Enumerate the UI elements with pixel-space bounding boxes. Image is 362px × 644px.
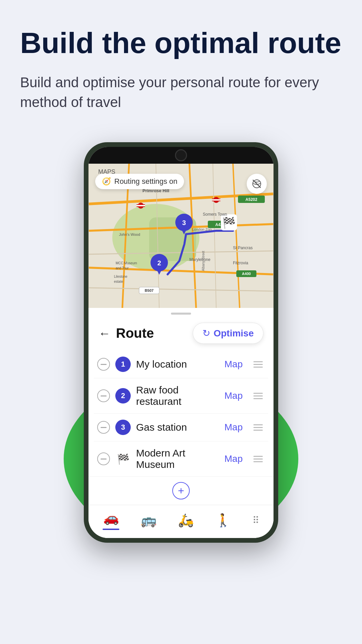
add-stop-button[interactable]: +: [172, 482, 190, 499]
bottom-panel: ← Route ↻ Optimise: [88, 308, 274, 538]
drag-handle-bar: [171, 313, 191, 315]
nav-item-walk[interactable]: 🚶: [215, 513, 231, 528]
stop-2-badge: 2: [115, 388, 131, 404]
stop-2-name: Raw food restaurant: [136, 384, 216, 407]
svg-text:estate: estate: [114, 280, 123, 283]
minus-icon: [101, 459, 107, 460]
route-header: ← Route ↻ Optimise: [88, 319, 274, 351]
route-item: 🏁 Modern Art Museum Map: [94, 441, 268, 476]
headline-section: Build the optimal route Build and optimi…: [20, 27, 342, 112]
camera-bar: [88, 147, 274, 164]
svg-rect-29: [136, 205, 145, 206]
svg-text:Lilestone: Lilestone: [114, 275, 127, 278]
routing-badge[interactable]: 🧭 Routing settings on: [95, 174, 184, 189]
stop-1-map-link[interactable]: Map: [221, 359, 246, 370]
svg-text:Albany Street: Albany Street: [201, 251, 205, 271]
nav-active-indicator: [103, 529, 119, 530]
stop-4-name: Modern Art Museum: [136, 447, 216, 470]
remove-stop-2-button[interactable]: [97, 389, 110, 402]
svg-text:Fitzrovia: Fitzrovia: [233, 261, 248, 265]
main-title: Build the optimal route: [20, 27, 342, 59]
stop-3-map-link[interactable]: Map: [221, 422, 246, 433]
routing-badge-text: Routing settings on: [114, 177, 177, 186]
drag-handle: [88, 308, 274, 319]
stop-3-badge: 3: [115, 420, 131, 435]
stop-3-name: Gas station: [136, 422, 216, 433]
subtitle: Build and optimise your personal route f…: [20, 73, 342, 112]
remove-stop-1-button[interactable]: [97, 358, 110, 371]
signal-button[interactable]: [247, 174, 267, 194]
camera-dot: [175, 149, 187, 161]
svg-text:St Pancras: St Pancras: [233, 246, 253, 250]
map-area: A4200 A5202 A400 2: [88, 164, 274, 308]
minus-icon: [101, 364, 107, 365]
stop-1-name: My location: [136, 359, 216, 370]
remove-stop-4-button[interactable]: [97, 452, 110, 465]
more-icon: ⠿: [252, 515, 259, 526]
phone-outer: A4200 A5202 A400 2: [84, 142, 278, 543]
add-stop-row: +: [88, 476, 274, 505]
phone-screen: A4200 A5202 A400 2: [88, 147, 274, 538]
route-item: 2 Raw food restaurant Map: [94, 378, 268, 414]
stop-1-badge: 1: [115, 357, 131, 372]
car-icon: 🚗: [103, 511, 119, 525]
svg-text:London Zoo: London Zoo: [192, 227, 212, 231]
nav-item-bus[interactable]: 🚌: [141, 513, 157, 528]
svg-text:John's Wood: John's Wood: [119, 232, 140, 236]
remove-stop-3-button[interactable]: [97, 421, 110, 434]
stop-3-drag-handle[interactable]: [251, 423, 265, 432]
minus-icon: [101, 395, 107, 396]
route-item: 1 My location Map: [94, 351, 268, 378]
nav-item-car[interactable]: 🚗: [103, 511, 119, 530]
stop-3-number: 3: [121, 423, 125, 432]
optimise-icon: ↻: [202, 328, 210, 339]
stop-2-number: 2: [121, 391, 125, 400]
optimise-label: Optimise: [214, 328, 254, 339]
bus-icon: 🚌: [141, 513, 157, 528]
svg-text:3: 3: [182, 219, 186, 226]
stop-2-drag-handle[interactable]: [251, 391, 265, 400]
bottom-nav: 🚗 🚌 🛵 🚶 ⠿: [88, 505, 274, 538]
back-arrow-button[interactable]: ←: [99, 326, 111, 340]
stop-4-map-link[interactable]: Map: [221, 453, 246, 464]
svg-text:🏁: 🏁: [222, 216, 236, 229]
page-wrapper: Build the optimal route Build and optimi…: [0, 0, 362, 644]
stop-2-map-link[interactable]: Map: [221, 390, 246, 401]
svg-text:Somers Town: Somers Town: [203, 212, 227, 217]
route-title-group: ← Route: [99, 326, 154, 341]
minus-icon: [101, 427, 107, 428]
phone-mockup: A4200 A5202 A400 2: [77, 142, 285, 543]
route-title: Route: [116, 326, 154, 341]
nav-item-bike[interactable]: 🛵: [178, 513, 194, 528]
nav-item-more[interactable]: ⠿: [252, 515, 259, 526]
stop-4-drag-handle[interactable]: [251, 454, 265, 464]
svg-text:B507: B507: [145, 288, 154, 292]
stop-1-number: 1: [121, 360, 125, 369]
bike-icon: 🛵: [178, 513, 194, 528]
svg-rect-32: [212, 199, 221, 201]
route-item: 3 Gas station Map: [94, 414, 268, 441]
route-list: 1 My location Map: [88, 351, 274, 476]
routing-icon: 🧭: [102, 177, 111, 186]
stop-4-flag-badge: 🏁: [115, 451, 131, 467]
no-signal-icon: [252, 179, 262, 189]
svg-text:2: 2: [157, 259, 161, 267]
svg-text:A5202: A5202: [245, 197, 257, 202]
stop-1-drag-handle[interactable]: [251, 360, 265, 369]
optimise-button[interactable]: ↻ Optimise: [193, 323, 263, 344]
svg-text:Marylebone: Marylebone: [189, 257, 210, 262]
svg-text:MCC Museum: MCC Museum: [116, 261, 137, 265]
walk-icon: 🚶: [215, 513, 231, 528]
svg-text:and Tour: and Tour: [116, 266, 129, 270]
svg-text:A400: A400: [242, 272, 251, 276]
